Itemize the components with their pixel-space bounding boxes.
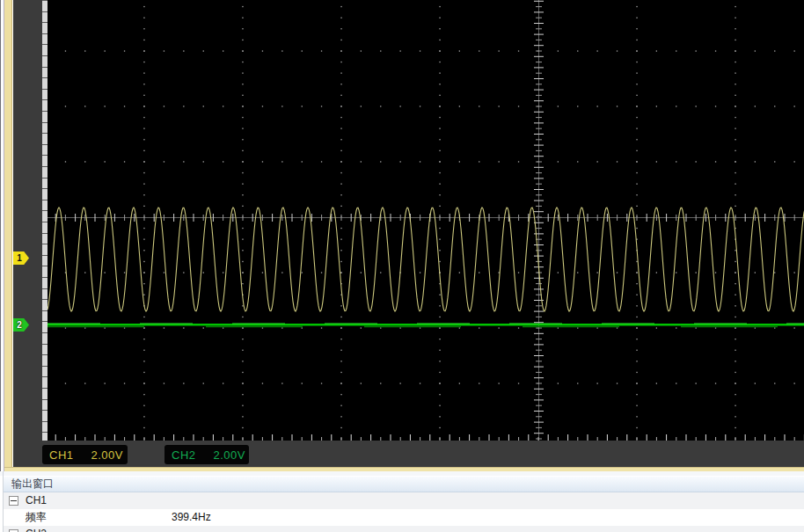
- scope-display[interactable]: [48, 0, 804, 441]
- frequency-value: 399.4Hz: [172, 509, 211, 526]
- scope-display-svg: [48, 0, 804, 441]
- frequency-label: 频率: [26, 509, 47, 526]
- ch2-readout[interactable]: CH2 2.00V: [164, 445, 249, 464]
- tree-group-label: CH2: [26, 526, 47, 532]
- collapse-icon[interactable]: [9, 496, 18, 506]
- ch1-scale: 2.00V: [91, 448, 123, 462]
- output-window-panel: 输出窗口 CH1 频率 399.4Hz CH2 ® 电源网 DianYuan.c…: [0, 471, 804, 532]
- ch2-name: CH2: [172, 448, 196, 462]
- scope-bottom-bar: CH1 2.00V CH2 2.00V: [26, 441, 804, 467]
- tree-group-ch2[interactable]: CH2: [4, 526, 804, 532]
- tree-group-label: CH1: [26, 492, 47, 509]
- scope-frame-left-border: [4, 0, 12, 467]
- oscilloscope-panel: CH1 2.00V CH2 2.00V: [13, 0, 804, 467]
- ch1-readout[interactable]: CH1 2.00V: [42, 445, 128, 464]
- app-window: CH1 2.00V CH2 2.00V 1 2 输出窗口 CH1 频率 399.…: [0, 0, 804, 532]
- tree-group-ch1[interactable]: CH1: [4, 492, 804, 509]
- tree-item-frequency[interactable]: 频率 399.4Hz: [4, 509, 804, 526]
- ch1-name: CH1: [49, 448, 74, 462]
- output-window-title: 输出窗口: [4, 476, 804, 492]
- ch2-scale: 2.00V: [214, 448, 245, 462]
